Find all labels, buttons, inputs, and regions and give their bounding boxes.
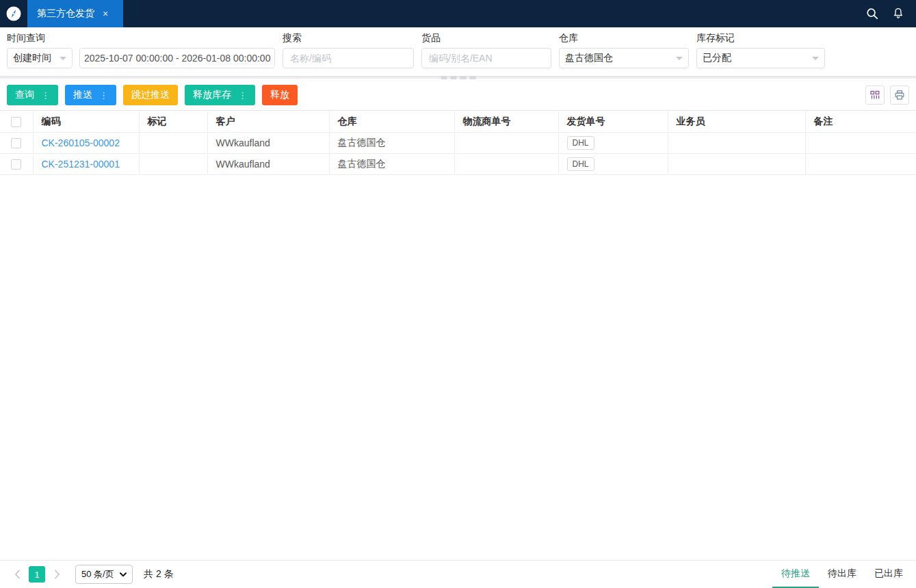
skip-push-button-label: 跳过推送 [131,89,170,101]
cell-logistics-no [454,154,558,175]
time-type-value: 创建时间 [13,52,51,64]
chevron-left-icon [14,570,21,579]
chevron-down-icon [676,57,683,60]
cell-remark [805,133,916,154]
filter-time-query: 时间查询 创建时间 2025-10-07 00:00:00 - 2026-01-… [7,32,275,68]
date-range-input[interactable]: 2025-10-07 00:00:00 - 2026-01-08 00:00:0… [79,48,275,68]
release-stock-more-icon[interactable]: ⋮ [238,90,247,101]
page-number-button[interactable]: 1 [29,566,45,583]
search-label: 搜索 [283,32,414,43]
printer-icon [894,90,905,101]
cell-shipping-no: DHL [558,154,668,175]
cell-code: CK-260105-00002 [33,133,139,154]
warehouse-value: 盘古德国仓 [565,52,613,64]
release-stock-button-label: 释放库存 [193,89,231,101]
col-header-salesman: 业务员 [668,111,805,133]
col-header-logistics-no: 物流商单号 [454,111,558,133]
search-input[interactable] [283,48,414,68]
cell-shipping-no: DHL [558,133,668,154]
tab-close-icon[interactable]: × [103,9,108,18]
cell-mark [139,154,207,175]
push-more-icon[interactable]: ⋮ [99,90,108,101]
stock-flag-select[interactable]: 已分配 [696,48,825,68]
row-select-cell [0,154,33,175]
query-button-label: 查询 [15,89,34,101]
column-settings-icon [869,90,880,101]
tab-third-party-shipping[interactable]: 第三方仓发货 × [27,0,123,27]
cell-salesman [668,133,805,154]
goods-input[interactable] [421,48,551,68]
query-more-icon[interactable]: ⋮ [41,90,50,101]
col-header-code: 编码 [33,111,139,133]
order-code-link[interactable]: CK-260105-00002 [42,137,120,148]
chevron-down-icon [60,57,66,60]
orders-table-area: 编码 标记 客户 仓库 物流商单号 发货单号 业务员 备注 CK-260105-… [0,110,916,560]
app-window: 第三方仓发货 × 时间查询 创建时间 2025- [0,0,916,588]
release-button-label: 释放 [270,89,289,101]
push-button-label: 推送 [73,89,92,101]
filter-warehouse: 仓库 盘古德国仓 [559,32,689,68]
select-all-checkbox[interactable] [11,117,21,127]
cell-warehouse: 盘古德国仓 [329,133,454,154]
prev-page-button[interactable] [10,566,25,583]
compass-logo-icon [5,5,22,22]
release-stock-button[interactable]: 释放库存 ⋮ [185,85,255,105]
col-header-mark: 标记 [139,111,207,133]
cell-mark [139,133,207,154]
tab-pending-outbound[interactable]: 待出库 [819,561,865,588]
carrier-badge: DHL [567,136,594,150]
filter-goods: 货品 [421,32,551,68]
warehouse-select[interactable]: 盘古德国仓 [559,48,689,68]
navbar-spacer [123,0,865,27]
skip-push-button[interactable]: 跳过推送 [123,85,178,105]
col-header-warehouse: 仓库 [329,111,454,133]
row-checkbox[interactable] [11,159,21,170]
total-count: 共 2 条 [144,568,174,580]
bell-icon[interactable] [891,7,905,21]
release-button[interactable]: 释放 [262,85,298,105]
query-button[interactable]: 查询 ⋮ [7,85,58,105]
footer-bar: 1 50 条/页 共 2 条 待推送 待出库 已出库 [0,560,916,588]
cell-customer: WWkaufland [207,154,329,175]
table-header-row: 编码 标记 客户 仓库 物流商单号 发货单号 业务员 备注 [0,111,916,133]
time-query-label: 时间查询 [7,32,275,43]
warehouse-label: 仓库 [559,32,689,43]
filter-search: 搜索 [283,32,414,68]
filter-stock-flag: 库存标记 已分配 [696,32,825,68]
column-settings-button[interactable] [865,85,885,105]
table-row: CK-251231-00001 WWkaufland 盘古德国仓 DHL [0,154,916,175]
cell-salesman [668,154,805,175]
select-all-cell [0,111,33,133]
time-type-select[interactable]: 创建时间 [7,48,73,68]
row-select-cell [0,133,33,154]
search-icon[interactable] [865,7,879,21]
navbar-icons [865,0,916,27]
tab-outbound-done[interactable]: 已出库 [865,561,912,588]
next-page-button[interactable] [49,566,64,583]
page-size-select[interactable]: 50 条/页 [75,565,133,584]
filter-collapse-divider [0,75,916,81]
cell-logistics-no [454,133,558,154]
print-button[interactable] [890,85,909,105]
chevron-down-icon [812,57,819,60]
col-header-customer: 客户 [207,111,329,133]
cell-code: CK-251231-00001 [33,154,139,175]
row-checkbox[interactable] [11,138,21,148]
app-logo[interactable] [0,0,27,27]
tab-pending-push[interactable]: 待推送 [772,561,819,588]
date-range-value: 2025-10-07 00:00:00 - 2026-01-08 00:00:0… [84,53,270,64]
cell-warehouse: 盘古德国仓 [329,154,454,175]
goods-label: 货品 [421,32,551,43]
stock-flag-label: 库存标记 [696,32,825,43]
order-code-link[interactable]: CK-251231-00001 [42,159,120,170]
select-caret-icon [120,572,127,577]
orders-table: 编码 标记 客户 仓库 物流商单号 发货单号 业务员 备注 CK-260105-… [0,110,916,175]
page-size-value: 50 条/页 [81,568,114,580]
collapse-handle[interactable] [441,76,475,79]
push-button[interactable]: 推送 ⋮ [65,85,116,105]
carrier-badge: DHL [567,157,594,171]
cell-remark [805,154,916,175]
table-row: CK-260105-00002 WWkaufland 盘古德国仓 DHL [0,133,916,154]
stock-flag-value: 已分配 [703,52,731,64]
action-toolbar: 查询 ⋮ 推送 ⋮ 跳过推送 释放库存 ⋮ 释放 [0,81,916,110]
